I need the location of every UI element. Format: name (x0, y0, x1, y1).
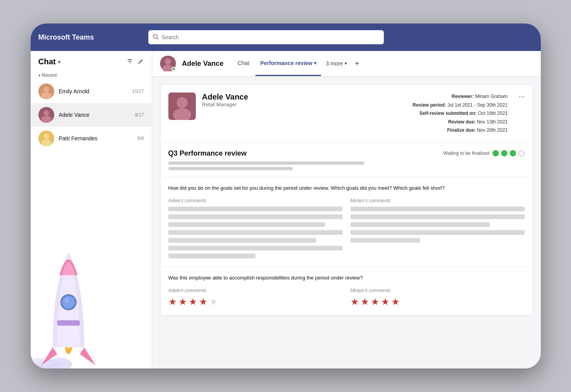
tab-nav: Chat Performance review ▾ 3 more ▾ + (233, 51, 363, 76)
search-input[interactable] (162, 34, 379, 40)
progress-bars (168, 162, 525, 170)
svg-point-15 (31, 359, 62, 368)
contact-name-adele: Adele Vance (59, 112, 130, 118)
finalize-value: Nov 20th 2021 (477, 127, 507, 133)
status-dot-4 (518, 150, 525, 156)
star-2: ★ (361, 296, 369, 307)
miriam-stars: ★ ★ ★ ★ ★ (350, 296, 525, 307)
tab-performance-review[interactable]: Performance review ▾ (255, 51, 321, 76)
self-review-label: Self-review submitted on: (420, 111, 477, 116)
contact-date-patti: 9/8 (137, 136, 144, 141)
line (168, 214, 343, 219)
line (168, 246, 343, 250)
star-1: ★ (168, 296, 177, 307)
review-title-row: Q3 Performance review Waiting to be fina… (168, 149, 525, 158)
star-4: ★ (381, 296, 390, 307)
finalize-label: Finalize due: (447, 127, 476, 133)
tab-add-button[interactable]: + (352, 51, 363, 76)
miriam-rating-col: Miriam's comments ★ ★ ★ ★ ★ (350, 288, 525, 307)
svg-point-16 (47, 358, 72, 368)
svg-point-13 (44, 134, 49, 139)
contact-item-emily[interactable]: Emily Arnold 10/17 (31, 80, 152, 103)
filter-icon[interactable] (127, 58, 133, 66)
sidebar-icons (127, 58, 144, 66)
status-dot-2 (501, 150, 507, 156)
profile-info: Adele Vance Retail Manager (202, 93, 407, 107)
review-due-label: Review due: (448, 119, 476, 125)
svg-rect-24 (57, 320, 80, 326)
star-3: ★ (371, 296, 379, 307)
more-options-button[interactable]: ··· (518, 93, 524, 101)
svg-point-18 (31, 363, 46, 368)
line (168, 230, 343, 235)
line (168, 254, 255, 258)
chat-title-area[interactable]: Chat ▾ (38, 57, 60, 66)
reviewer-label: Reviewer: (452, 94, 474, 99)
svg-point-7 (44, 87, 49, 92)
review-card: Adele Vance Retail Manager Reviewer: Mir… (160, 84, 533, 316)
tab-chat[interactable]: Chat (233, 51, 254, 76)
profile-title: Retail Manager (202, 102, 407, 107)
adele-stars: ★ ★ ★ ★ ★ (168, 296, 343, 307)
review-header-section: Q3 Performance review Waiting to be fina… (161, 143, 533, 177)
line (168, 207, 343, 211)
reviewer-value: Miriam Graham (475, 94, 508, 99)
miriam-comment-lines (350, 207, 525, 243)
sidebar-header: Chat ▾ (31, 51, 152, 69)
miriam-comments-label: Miriam's comments (350, 198, 525, 203)
tab-more[interactable]: 3 more ▾ (323, 51, 350, 76)
profile-name: Adele Vance (202, 93, 407, 102)
review-due-value: Nov 13th 2021 (477, 119, 507, 125)
star-5: ★ (391, 296, 400, 307)
chat-area: Adele Vance Chat Performance review ▾ 3 … (152, 51, 541, 368)
svg-point-20 (66, 336, 71, 349)
svg-point-23 (64, 298, 69, 303)
period-label: Review period: (412, 102, 446, 108)
star-3: ★ (189, 296, 197, 307)
question-section-1: How did you do on the goals set for you … (161, 177, 533, 267)
adele-comments-label: Adele's comments (168, 198, 343, 203)
contact-item-adele[interactable]: Adele Vance 9/17 (31, 103, 152, 127)
line (168, 222, 325, 227)
adele-comments-col: Adele's comments (168, 198, 343, 258)
comments-grid-2: Adele's comments ★ ★ ★ ★ ★ Mir (168, 288, 525, 307)
status-dot-1 (493, 150, 499, 156)
avatar-emily (38, 83, 54, 99)
status-dots (493, 150, 525, 156)
star-5: ★ (209, 296, 218, 307)
self-review-value: Oct 16th 2021 (478, 111, 507, 116)
question-1-text: How did you do on the goals set for you … (168, 185, 525, 192)
chevron-tab-icon: ▾ (314, 60, 316, 66)
status-dot-3 (510, 150, 516, 156)
star-1: ★ (350, 296, 359, 307)
avatar-adele (38, 107, 54, 123)
line (168, 238, 316, 243)
svg-point-17 (31, 358, 49, 368)
contact-item-patti[interactable]: Patti Fernandes 9/8 (31, 127, 152, 150)
search-bar[interactable] (148, 30, 384, 44)
contact-name-emily: Emily Arnold (59, 88, 128, 94)
profile-avatar (168, 93, 196, 120)
top-bar: Microsoft Teams (31, 24, 541, 51)
main-area: Chat ▾ (31, 51, 541, 368)
device-frame: Microsoft Teams Chat ▾ (31, 24, 541, 368)
adele-comment-lines (168, 207, 343, 258)
content-area: Adele Vance Retail Manager Reviewer: Mir… (152, 76, 541, 368)
svg-point-10 (44, 110, 49, 116)
compose-icon[interactable] (138, 58, 144, 66)
chevron-down-icon: ▾ (58, 59, 60, 65)
svg-point-21 (60, 294, 76, 310)
progress-bar-2 (168, 167, 293, 170)
svg-point-19 (65, 336, 72, 354)
period-value: Jul 1st 2021 - Sep 30th 2021 (447, 102, 507, 108)
rocket-decoration (31, 239, 109, 368)
svg-point-29 (177, 97, 188, 108)
review-title: Q3 Performance review (168, 149, 247, 158)
line (350, 207, 525, 211)
contact-list: Emily Arnold 10/17 Adele Vance 9/17 (31, 80, 152, 150)
line (350, 230, 525, 235)
header-user-name: Adele Vance (182, 60, 224, 68)
contact-date-emily: 10/17 (132, 89, 144, 94)
chat-header: Adele Vance Chat Performance review ▾ 3 … (152, 51, 541, 76)
star-2: ★ (179, 296, 187, 307)
